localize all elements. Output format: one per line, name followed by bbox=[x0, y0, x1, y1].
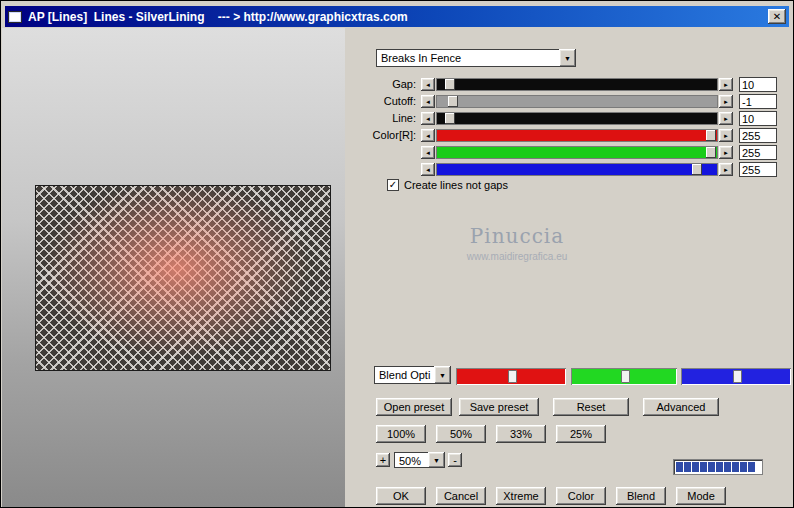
control-panel: Breaks In Fence ▼ Gap: ◄ ► Cutoff: ◄ ► L… bbox=[346, 28, 793, 507]
slider-label: Gap: bbox=[346, 78, 416, 91]
save-preset-button[interactable]: Save preset bbox=[459, 398, 539, 416]
chevron-down-icon[interactable]: ▼ bbox=[559, 49, 576, 67]
line-slider-thumb[interactable] bbox=[445, 113, 455, 124]
gap-slider-track[interactable] bbox=[436, 78, 718, 91]
progress-segment bbox=[684, 462, 691, 472]
watermark-name: Pinuccia bbox=[406, 224, 628, 248]
progress-segment bbox=[724, 462, 731, 472]
blend-button[interactable]: Blend bbox=[616, 487, 666, 505]
zoom-50-button[interactable]: 50% bbox=[436, 425, 486, 443]
blend-options-dropdown[interactable]: Blend Opti ▼ bbox=[374, 366, 451, 384]
zoom-out-button[interactable]: - bbox=[448, 453, 462, 467]
line-slider-track[interactable] bbox=[436, 112, 718, 125]
zoom-33-button[interactable]: 33% bbox=[496, 425, 546, 443]
create-lines-checkbox-label: Create lines not gaps bbox=[404, 179, 508, 191]
slider-row-color-g: ◄ ► bbox=[346, 146, 793, 159]
progress-segment bbox=[740, 462, 747, 472]
arrow-right-icon[interactable]: ► bbox=[719, 129, 733, 142]
progress-bar bbox=[673, 459, 763, 475]
blend-red-slider[interactable] bbox=[456, 368, 566, 385]
open-preset-button[interactable]: Open preset bbox=[376, 398, 452, 416]
slider-label: Cutoff: bbox=[346, 95, 416, 108]
zoom-100-button[interactable]: 100% bbox=[376, 425, 426, 443]
slider-row-line: Line: ◄ ► bbox=[346, 112, 793, 125]
progress-segment bbox=[708, 462, 715, 472]
ok-button[interactable]: OK bbox=[376, 487, 426, 505]
preview-area bbox=[2, 28, 345, 507]
blend-blue-slider[interactable] bbox=[681, 368, 791, 385]
progress-segment bbox=[732, 462, 739, 472]
color-b-slider-track[interactable] bbox=[436, 163, 718, 176]
arrow-left-icon[interactable]: ◄ bbox=[421, 78, 435, 91]
color-g-value-field[interactable] bbox=[739, 145, 777, 160]
color-r-slider-track[interactable] bbox=[436, 129, 718, 142]
preset-dropdown-value[interactable]: Breaks In Fence bbox=[376, 49, 559, 67]
mode-button[interactable]: Mode bbox=[676, 487, 726, 505]
progress-segment bbox=[692, 462, 699, 472]
line-value-field[interactable] bbox=[739, 111, 777, 126]
titlebar: AP [Lines] Lines - SilverLining --- > ht… bbox=[5, 6, 789, 27]
zoom-level-value[interactable]: 50% bbox=[394, 452, 428, 468]
zoom-level-dropdown[interactable]: 50% ▼ bbox=[394, 452, 445, 468]
slider-label: Line: bbox=[346, 112, 416, 125]
color-g-slider-thumb[interactable] bbox=[706, 147, 716, 158]
close-button[interactable]: ✕ bbox=[768, 9, 786, 24]
arrow-left-icon[interactable]: ◄ bbox=[421, 146, 435, 159]
blend-red-slider-thumb[interactable] bbox=[508, 370, 517, 383]
progress-segment bbox=[676, 462, 683, 472]
gap-value-field[interactable] bbox=[739, 77, 777, 92]
color-r-slider-thumb[interactable] bbox=[706, 130, 716, 141]
arrow-right-icon[interactable]: ► bbox=[719, 112, 733, 125]
cutoff-value-field[interactable] bbox=[739, 94, 777, 109]
slider-row-cutoff: Cutoff: ◄ ► bbox=[346, 95, 793, 108]
blend-green-slider[interactable] bbox=[571, 368, 677, 385]
gap-slider-thumb[interactable] bbox=[445, 79, 455, 90]
chevron-down-icon[interactable]: ▼ bbox=[428, 452, 445, 468]
cutoff-slider-track[interactable] bbox=[436, 95, 718, 108]
arrow-right-icon[interactable]: ► bbox=[719, 78, 733, 91]
zoom-25-button[interactable]: 25% bbox=[556, 425, 606, 443]
arrow-left-icon[interactable]: ◄ bbox=[421, 163, 435, 176]
progress-segment bbox=[748, 462, 755, 472]
create-lines-checkbox-row: ✓ Create lines not gaps bbox=[387, 178, 508, 191]
arrow-right-icon[interactable]: ► bbox=[719, 95, 733, 108]
blend-green-slider-thumb[interactable] bbox=[621, 370, 630, 383]
dialog-window: AP [Lines] Lines - SilverLining --- > ht… bbox=[0, 0, 794, 508]
cutoff-slider-thumb[interactable] bbox=[448, 96, 458, 107]
arrow-left-icon[interactable]: ◄ bbox=[421, 129, 435, 142]
color-g-slider-track[interactable] bbox=[436, 146, 718, 159]
watermark-url: www.maidiregrafica.eu bbox=[406, 251, 628, 262]
reset-button[interactable]: Reset bbox=[553, 398, 629, 416]
create-lines-checkbox[interactable]: ✓ bbox=[387, 179, 399, 191]
preview-image[interactable] bbox=[35, 185, 331, 371]
chevron-down-icon[interactable]: ▼ bbox=[434, 366, 451, 384]
watermark: Pinuccia www.maidiregrafica.eu bbox=[406, 224, 628, 262]
progress-segment bbox=[716, 462, 723, 472]
advanced-button[interactable]: Advanced bbox=[643, 398, 719, 416]
progress-segment bbox=[700, 462, 707, 472]
color-r-value-field[interactable] bbox=[739, 128, 777, 143]
arrow-left-icon[interactable]: ◄ bbox=[421, 95, 435, 108]
preset-dropdown[interactable]: Breaks In Fence ▼ bbox=[376, 49, 576, 67]
color-b-value-field[interactable] bbox=[739, 162, 777, 177]
xtreme-button[interactable]: Xtreme bbox=[496, 487, 546, 505]
app-icon bbox=[8, 11, 22, 23]
blend-blue-slider-thumb[interactable] bbox=[733, 370, 742, 383]
color-b-slider-thumb[interactable] bbox=[692, 164, 702, 175]
cancel-button[interactable]: Cancel bbox=[436, 487, 486, 505]
window-title: AP [Lines] Lines - SilverLining --- > ht… bbox=[28, 10, 408, 24]
color-button[interactable]: Color bbox=[556, 487, 606, 505]
arrow-left-icon[interactable]: ◄ bbox=[421, 112, 435, 125]
zoom-in-button[interactable]: + bbox=[376, 453, 390, 467]
slider-row-color-b: ◄ ► bbox=[346, 163, 793, 176]
blend-options-value[interactable]: Blend Opti bbox=[374, 366, 434, 384]
arrow-right-icon[interactable]: ► bbox=[719, 146, 733, 159]
slider-label: Color[R]: bbox=[346, 129, 416, 142]
slider-row-color-r: Color[R]: ◄ ► bbox=[346, 129, 793, 142]
slider-row-gap: Gap: ◄ ► bbox=[346, 78, 793, 91]
arrow-right-icon[interactable]: ► bbox=[719, 163, 733, 176]
